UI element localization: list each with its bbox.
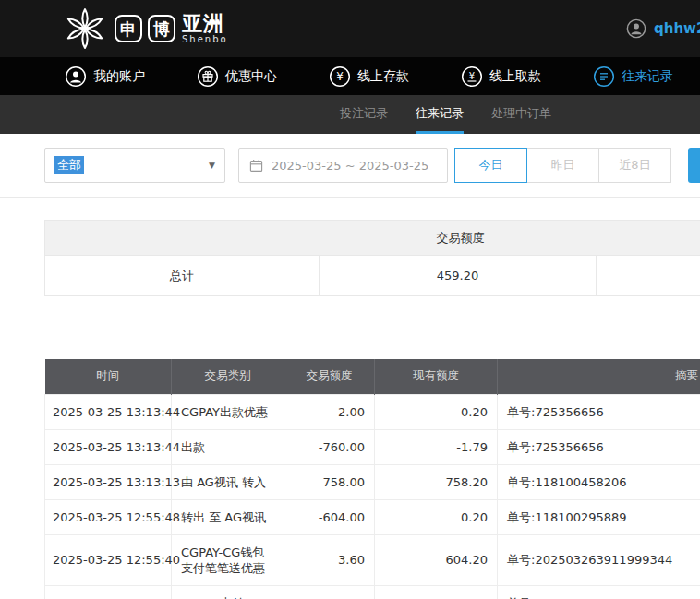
today-button[interactable]: 今日 [454,148,527,183]
gift-icon [197,66,219,88]
withdraw-icon: ¥ [461,66,483,88]
records-icon [593,66,615,88]
summary-table: 交易额度 总计 459.20 [44,220,700,296]
summary-empty-cell [597,256,700,296]
nav-item-deposit[interactable]: ¥ 线上存款 [329,66,409,88]
col-header-balance: 现有额度 [375,359,498,394]
col-header-amount: 交易额度 [284,359,375,394]
transaction-cell: -760.00 [284,429,375,464]
transaction-cell: 3.60 [284,534,375,585]
nav-item-label: 线上存款 [357,68,409,85]
transaction-cell: 600.00 [284,585,375,599]
transaction-cell: 单号:725356656 [498,429,700,464]
deposit-icon: ¥ [329,66,351,88]
filter-bar: 全部 ▼ 2025-03-25 ~ 2025-03-25 今日 昨日 近8日 [44,148,700,183]
sub-nav: 投注记录 往来记录 处理中订单 [0,95,700,134]
brand-region-cn: 亚洲 [182,14,228,34]
nav-item-label: 优惠中心 [225,68,277,85]
svg-text:¥: ¥ [469,70,475,80]
user-avatar-icon [626,18,646,39]
user-account[interactable]: qhhw2 [626,0,700,57]
summary-total-label: 总计 [45,256,320,296]
type-select[interactable]: 全部 ▼ [44,148,225,183]
transaction-row: 2025-03-25 13:13:44CGPAY出款优惠2.000.20单号:7… [45,394,700,429]
transaction-row: 2025-03-25 12:55:48转出 至 AG视讯-604.000.20单… [45,499,700,534]
transaction-cell: 2.00 [284,394,375,429]
nav-item-promotions[interactable]: 优惠中心 [197,66,277,88]
transaction-cell: 单号:118100295889 [498,499,700,534]
transaction-cell: 2025-03-25 13:13:13 [45,464,172,499]
search-button[interactable] [688,148,700,183]
transaction-cell: -1.79 [375,429,498,464]
main-nav: 我的账户 优惠中心 ¥ 线上存款 ¥ 线上取 [0,57,700,95]
summary-header-row: 交易额度 [45,221,700,256]
calendar-icon [249,159,263,173]
tab-bet-records[interactable]: 投注记录 [340,95,388,134]
transaction-cell: 单号:725356656 [498,394,700,429]
summary-total-value: 459.20 [320,256,597,296]
top-header: 申 博 亚洲 Shenbo qhhw2 [0,0,700,57]
quick-date-buttons: 今日 昨日 近8日 [455,148,671,183]
transactions-table: 时间 交易类别 交易额度 现有额度 摘要 2025-03-25 13:13:44… [44,359,700,599]
nav-item-my-account[interactable]: 我的账户 [65,66,145,88]
brand-region: 亚洲 Shenbo [182,14,228,44]
transaction-cell: 转出 至 AG视讯 [172,499,284,534]
divider [0,197,700,198]
nav-item-transactions[interactable]: 往来记录 [593,66,673,88]
brand-region-en: Shenbo [182,34,228,44]
date-range-input[interactable]: 2025-03-25 ~ 2025-03-25 [238,148,448,183]
page: 申 博 亚洲 Shenbo qhhw2 我的账户 [0,0,700,599]
col-header-time: 时间 [45,359,172,394]
lotus-logo-icon [61,6,109,51]
transaction-cell: 604.20 [375,534,498,585]
transaction-cell: CGPAY支付 [172,585,284,599]
transaction-cell: 2025-03-25 13:13:44 [45,429,172,464]
transaction-row: 2025-03-25 12:55:40CGPAY支付600.00600.60单号… [45,585,700,599]
transaction-cell: 2025-03-25 12:55:40 [45,534,172,585]
col-header-summary: 摘要 [498,359,700,394]
transaction-cell: 600.60 [375,585,498,599]
user-icon [65,66,87,88]
transaction-cell: 由 AG视讯 转入 [172,464,284,499]
transaction-cell: 单号:118100458206 [498,464,700,499]
chevron-down-icon: ▼ [209,161,215,170]
nav-item-label: 线上取款 [489,68,541,85]
nav-item-withdraw[interactable]: ¥ 线上取款 [461,66,541,88]
transaction-cell: -604.00 [284,499,375,534]
tab-pending-orders[interactable]: 处理中订单 [491,95,551,134]
brand-char-2: 博 [148,15,175,42]
date-range-value: 2025-03-25 ~ 2025-03-25 [272,159,428,173]
transaction-cell: 单号:202503263911999344 [498,534,700,585]
brand-char-1: 申 [115,15,142,42]
yesterday-button[interactable]: 昨日 [526,148,599,183]
transaction-cell: 2025-03-25 13:13:44 [45,394,172,429]
brand-logo[interactable]: 申 博 亚洲 Shenbo [61,6,228,51]
transaction-cell: 2025-03-25 12:55:48 [45,499,172,534]
svg-text:¥: ¥ [336,70,344,83]
transaction-row: 2025-03-25 13:13:44出款-760.00-1.79单号:7253… [45,429,700,464]
nav-item-label: 往来记录 [622,68,673,85]
transaction-cell: 2025-03-25 12:55:40 [45,585,172,599]
username[interactable]: qhhw2 [654,20,700,37]
transactions-header-row: 时间 交易类别 交易额度 现有额度 摘要 [45,359,700,394]
last-8-days-button[interactable]: 近8日 [598,148,671,183]
transactions-body: 2025-03-25 13:13:44CGPAY出款优惠2.000.20单号:7… [45,394,700,599]
transaction-cell: 0.20 [375,499,498,534]
transaction-cell: 0.20 [375,394,498,429]
transaction-cell: 单号:202503263911999344 [498,585,700,599]
col-header-type: 交易类别 [172,359,284,394]
summary-total-row: 总计 459.20 [45,256,700,296]
transaction-cell: 758.00 [284,464,375,499]
transaction-row: 2025-03-25 12:55:40CGPAY-CG钱包支付笔笔送优惠3.60… [45,534,700,585]
transaction-cell: 出款 [172,429,284,464]
tab-transaction-records[interactable]: 往来记录 [416,95,464,134]
transaction-row: 2025-03-25 13:13:13由 AG视讯 转入758.00758.20… [45,464,700,499]
transaction-cell: CGPAY-CG钱包支付笔笔送优惠 [172,534,284,585]
summary-header: 交易额度 [45,221,700,256]
transaction-cell: 758.20 [375,464,498,499]
transaction-cell: CGPAY出款优惠 [172,394,284,429]
type-select-value: 全部 [54,156,84,174]
nav-item-label: 我的账户 [93,68,145,85]
